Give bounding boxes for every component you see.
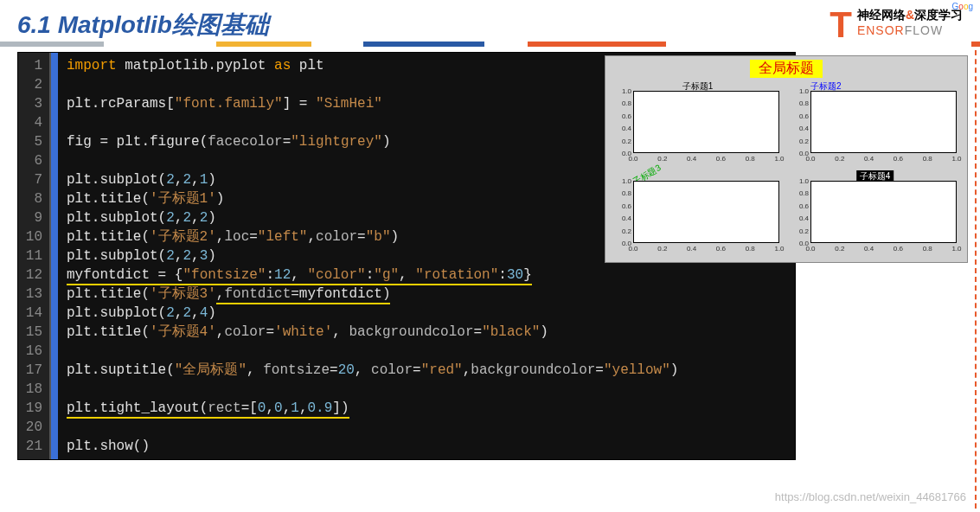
subplot: 子标题11.00.80.60.40.20.00.00.20.40.60.81.0 (612, 82, 783, 165)
code-line: plt.title('子标题4',color='white', backgrou… (67, 323, 786, 342)
logo-line2a: ENSOR (857, 23, 905, 37)
code-line (67, 342, 786, 361)
code-line: plt.tight_layout(rect=[0,0,1,0.9]) (67, 399, 786, 418)
code-line: myfontdict = {"fontsize":12, "color":"g"… (67, 266, 786, 285)
logo-ampersand: & (906, 8, 914, 22)
logo-line1a: 神经网络 (857, 8, 906, 22)
logo: T 神经网络&深度学习 ENSORFLOW (829, 7, 963, 43)
axes (810, 181, 957, 243)
logo-t-icon: T (829, 7, 852, 43)
logo-text: 神经网络&深度学习 ENSORFLOW (857, 7, 963, 38)
code-line: plt.show() (67, 437, 786, 456)
axes (633, 181, 779, 243)
axes (633, 91, 779, 153)
code-gutter: 123456789101112131415161718192021 (18, 53, 51, 459)
google-corner-icon: Goog (952, 2, 973, 11)
logo-line2b: FLOW (905, 23, 943, 37)
section-title: 6.1 Matplotlib绘图基础 (17, 9, 269, 42)
code-line (67, 380, 786, 399)
code-line (67, 418, 786, 437)
code-divider (51, 53, 58, 459)
watermark: https://blog.csdn.net/weixin_44681766 (775, 490, 966, 503)
axes (810, 91, 957, 153)
chart-suptitle: 全局标题 (750, 60, 823, 78)
subplot: 子标题41.00.80.60.40.20.00.00.20.40.60.81.0 (790, 172, 960, 255)
code-line: plt.suptitle("全局标题", fontsize=20, color=… (67, 361, 786, 380)
code-line: plt.title('子标题3',fontdict=myfontdict) (67, 285, 786, 304)
subplot: 子标题21.00.80.60.40.20.00.00.20.40.60.81.0 (790, 82, 960, 165)
subplot: 子标题31.00.80.60.40.20.00.00.20.40.60.81.0 (612, 172, 783, 255)
code-line: plt.subplot(2,2,4) (67, 304, 786, 323)
chart-output-panel: 全局标题 子标题11.00.80.60.40.20.00.00.20.40.60… (605, 55, 968, 263)
